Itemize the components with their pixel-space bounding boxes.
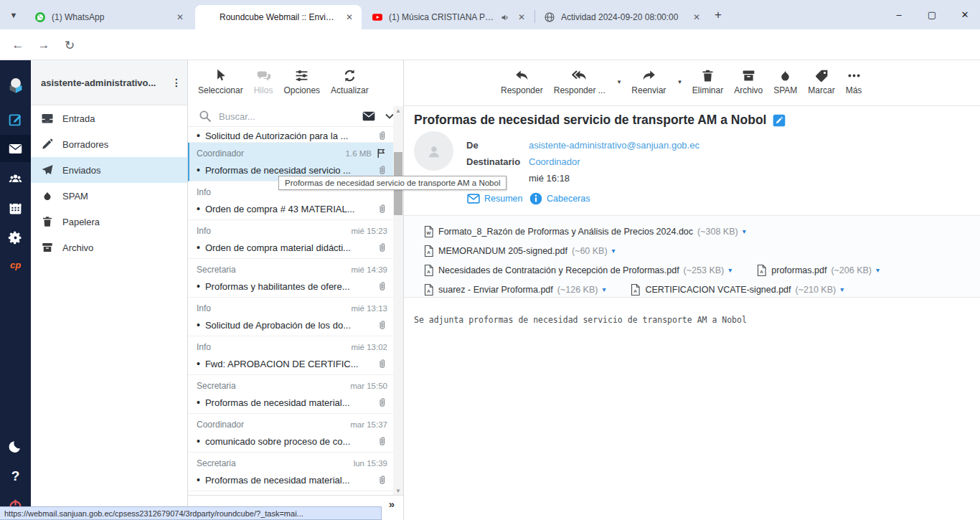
search-scope-icon[interactable] [362, 109, 376, 123]
summary-link[interactable]: Resumen [466, 192, 523, 206]
attachment-menu-caret[interactable]: ▾ [602, 285, 606, 293]
headers-link[interactable]: Cabeceras [529, 192, 590, 206]
toolbar-button-label: SPAM [773, 85, 797, 95]
message-subject: Solicitud de Autorización para la ... [205, 131, 372, 141]
toolbar-button-spam[interactable]: SPAM [773, 68, 797, 95]
message-list-item[interactable]: Coordinadormar 15:37•comunicado sobre pr… [188, 414, 393, 453]
darkmode-button[interactable] [0, 433, 31, 460]
account-menu-icon[interactable]: ⋮ [171, 77, 182, 88]
folder-item-archivo[interactable]: Archivo [31, 235, 187, 260]
dropdown-caret-icon[interactable]: ▾ [618, 78, 621, 85]
folder-item-borradores[interactable]: Borradores [31, 131, 187, 157]
attachment-item[interactable]: Asuarez - Enviar Proforma.pdf(~126 KB)▾ [423, 283, 606, 296]
browser-tab[interactable]: (1) Música CRISTIANA Para✕ [364, 5, 534, 29]
folder-item-papelera[interactable]: Papelera [31, 209, 187, 235]
attachment-menu-caret[interactable]: ▾ [728, 266, 732, 274]
expand-list-button[interactable]: » [389, 498, 395, 510]
compose-button[interactable] [0, 105, 31, 133]
cpanel-button[interactable]: cp [0, 251, 31, 278]
folder-item-entrada[interactable]: Entrada [31, 105, 187, 131]
toolbar-button-eliminar[interactable]: Eliminar [692, 68, 723, 95]
tab-close-icon[interactable]: ✕ [175, 12, 185, 22]
tab-close-icon[interactable]: ✕ [517, 12, 527, 22]
window-maximize-button[interactable]: ▢ [918, 0, 946, 29]
search-bar[interactable]: Buscar... [188, 106, 404, 127]
new-tab-button[interactable]: + [715, 8, 722, 22]
attachment-menu-caret[interactable]: ▾ [840, 285, 844, 293]
toolbar-button-responder[interactable]: Responder ... [554, 68, 606, 95]
toolbar-button-responder[interactable]: Responder [501, 68, 543, 95]
attachment-menu-caret[interactable]: ▾ [743, 227, 746, 235]
settings-button[interactable] [0, 224, 31, 251]
attachment-name[interactable]: Necesidades de Contratación y Recepción … [438, 265, 679, 275]
message-meta: mié 13:02 [351, 343, 387, 351]
dropdown-caret-icon[interactable]: ▾ [678, 78, 682, 85]
tab-close-icon[interactable]: ✕ [344, 12, 354, 22]
folder-item-enviados[interactable]: Enviados [31, 157, 187, 183]
message-list-item[interactable]: Infomié 13:02•Fwd: APROBACION DE CERTIFI… [188, 336, 393, 375]
message-sender: Coordinador [197, 148, 244, 159]
browser-tab[interactable]: (1) WhatsApp✕ [27, 5, 192, 29]
tab-close-icon[interactable]: ✕ [692, 12, 702, 22]
account-header[interactable]: asistente-administrativo... ⋮ [31, 60, 187, 105]
attachment-name[interactable]: CERTIFICACION VCATE-signed.pdf [645, 285, 791, 295]
message-subject: Proformas de necesidad servicio de trans… [414, 113, 766, 128]
reload-button[interactable]: ↻ [60, 36, 79, 55]
list-scrollbar[interactable]: ▲ ▼ [393, 106, 403, 495]
speaker-icon[interactable] [500, 12, 511, 23]
toolbar-button-ms[interactable]: Más [846, 68, 862, 95]
contacts-button[interactable] [0, 165, 31, 192]
attachment-item[interactable]: WFormato_8_Razón de Proformas y Análisis… [423, 225, 746, 238]
toolbar-button-hilos[interactable]: Hilos [254, 68, 273, 95]
message-meta: 1.6 MB [346, 149, 372, 158]
window-close-button[interactable]: ✕ [951, 0, 979, 29]
calendar-button[interactable] [0, 194, 31, 222]
edit-subject-icon[interactable] [772, 113, 786, 128]
message-list-item[interactable]: Infomié 15:23•Orden de compra material d… [188, 220, 393, 259]
window-minimize-button[interactable]: – [885, 0, 913, 29]
toolbar-button-opciones[interactable]: Opciones [283, 68, 320, 95]
browser-tab[interactable]: Roundcube Webmail :: Enviado✕ [195, 5, 362, 29]
scroll-down-icon[interactable]: ▼ [393, 486, 403, 495]
attachment-menu-caret[interactable]: ▾ [612, 247, 616, 255]
attachment-name[interactable]: Formato_8_Razón de Proformas y Análisis … [438, 227, 693, 237]
unread-dot: • [197, 436, 200, 446]
attachment-row: WFormato_8_Razón de Proformas y Análisis… [423, 222, 980, 241]
attachment-item[interactable]: AMEMORANDUM 205-signed.pdf(~60 KB)▾ [423, 245, 616, 257]
message-list-item[interactable]: •Solicitud de Autorización para la ... [188, 127, 393, 143]
toolbar-button-archivo[interactable]: Archivo [734, 68, 763, 95]
toolbar-button-actualizar[interactable]: Actualizar [331, 68, 369, 95]
toolbar-button-reenviar[interactable]: Reenviar [631, 68, 666, 95]
summary-envelope-icon [466, 192, 481, 206]
attachment-item[interactable]: ANecesidades de Contratación y Recepción… [423, 264, 732, 277]
help-button[interactable]: ? [0, 463, 31, 490]
attachment-name[interactable]: suarez - Enviar Proforma.pdf [438, 285, 553, 295]
folder-item-spam[interactable]: SPAM [31, 183, 187, 209]
scroll-up-icon[interactable]: ▲ [393, 106, 403, 115]
paperclip-icon [377, 165, 387, 176]
message-list-item[interactable]: Secretarialun 15:39•Proformas de necesid… [188, 453, 393, 491]
attachment-item[interactable]: Aproformas.pdf(~206 KB)▾ [756, 264, 880, 277]
attachment-name[interactable]: MEMORANDUM 205-signed.pdf [438, 246, 567, 256]
search-input[interactable]: Buscar... [219, 111, 355, 122]
paperclip-icon [377, 397, 387, 408]
flag-icon[interactable] [375, 147, 387, 159]
browser-tab[interactable]: Actividad 2024-09-20 08:00:00✕ [537, 5, 709, 29]
toolbar-button-marcar[interactable]: Marcar [808, 68, 834, 95]
to-address[interactable]: Coordinador [529, 156, 580, 167]
attachment-item[interactable]: ACERTIFICACION VCATE-signed.pdf(~210 KB)… [630, 283, 844, 296]
message-meta: mié 14:39 [351, 265, 387, 274]
tab-search-button[interactable]: ▼ [6, 7, 22, 23]
toolbar-button-seleccionar[interactable]: Seleccionar [198, 68, 243, 95]
message-list-item[interactable]: Secretariamar 15:50•Proformas de necesid… [188, 375, 393, 414]
message-list-item[interactable]: Secretariamié 14:39•Proformas y habilita… [188, 259, 393, 298]
attachment-name[interactable]: proformas.pdf [771, 265, 826, 275]
toolbar-button-label: Actualizar [331, 85, 369, 95]
forward-button[interactable]: → [34, 36, 53, 55]
message-list-item[interactable]: Infomié 13:13•Solicitud de Aprobación de… [188, 298, 393, 336]
from-address[interactable]: asistente-administrativo@sanjuan.gob.ec [529, 140, 699, 151]
attachment-menu-caret[interactable]: ▾ [876, 266, 880, 274]
mail-button[interactable] [0, 135, 31, 162]
sender-avatar [414, 131, 453, 171]
back-button[interactable]: ← [9, 36, 27, 55]
